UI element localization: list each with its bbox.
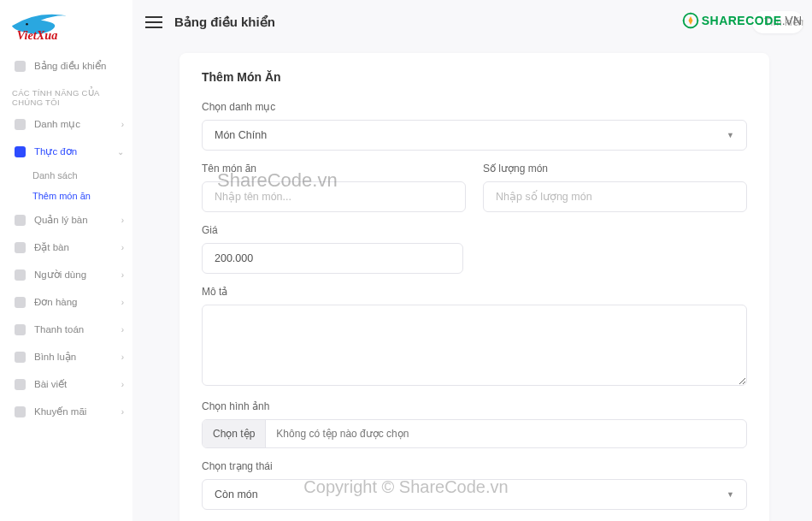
nav-dashboard[interactable]: Bảng điều khiển — [0, 52, 132, 80]
nav-thanhtoan[interactable]: Thanh toán› — [0, 316, 132, 343]
form-card: Thêm Món Ăn Chọn danh mục Món Chính▼ Tên… — [179, 53, 769, 521]
nav-binhluan-label: Bình luận — [34, 351, 76, 363]
nav-danhmuc-label: Danh mục — [34, 118, 80, 130]
chevron-right-icon: › — [121, 120, 124, 129]
label-ten-mon-an: Tên món ăn — [202, 163, 466, 175]
select-danh-muc[interactable]: Món Chính▼ — [202, 120, 747, 151]
select-danh-muc-value: Món Chính — [215, 129, 267, 141]
input-ten-mon-an[interactable] — [202, 181, 466, 212]
svg-point-0 — [26, 23, 28, 26]
menu-icon — [15, 146, 26, 157]
nav-datban-label: Đặt bàn — [34, 241, 69, 253]
caret-down-icon: ▼ — [727, 490, 734, 499]
nav-thucdon-label: Thực đơn — [34, 145, 77, 157]
content: Thêm Món Ăn Chọn danh mục Món Chính▼ Tên… — [137, 44, 812, 521]
table-icon — [15, 215, 26, 226]
search-input[interactable]: Tìm kiếm... — [752, 11, 803, 33]
nav-khuyenmai-label: Khuyến mãi — [34, 406, 86, 417]
chevron-right-icon: › — [121, 325, 124, 335]
chat-icon — [15, 352, 26, 363]
label-hinh-anh: Chọn hình ảnh — [202, 400, 747, 412]
users-icon — [15, 269, 26, 281]
logo[interactable]: VietXua — [0, 7, 132, 52]
document-icon — [15, 379, 26, 390]
svg-text:VietXua: VietXua — [17, 28, 58, 42]
nav-khuyenmai[interactable]: Khuyến mãi› — [0, 398, 132, 425]
chevron-right-icon: › — [121, 380, 124, 389]
select-trang-thai-value: Còn món — [215, 488, 258, 500]
card-title: Thêm Món Ăn — [202, 70, 747, 84]
calendar-icon — [15, 242, 26, 253]
nav-danhmuc[interactable]: Danh mục› — [0, 110, 132, 138]
nav-baiviet-label: Bài viết — [34, 378, 67, 390]
label-mota: Mô tả — [202, 286, 747, 298]
input-gia[interactable] — [202, 243, 463, 274]
menu-toggle-icon[interactable] — [145, 16, 162, 28]
nav-nguoidung-label: Người dùng — [34, 269, 86, 281]
home-icon — [15, 61, 26, 72]
chevron-right-icon: › — [121, 270, 124, 280]
chevron-right-icon: › — [121, 298, 124, 307]
tag-icon — [15, 406, 26, 417]
nav-thucdon[interactable]: Thực đơn⌄ — [0, 138, 132, 165]
chevron-right-icon: › — [121, 243, 124, 252]
grid-icon — [15, 119, 26, 130]
file-choose-button[interactable]: Chọn tệp — [203, 420, 266, 447]
nav-nguoidung[interactable]: Người dùng› — [0, 261, 132, 288]
label-trang-thai: Chọn trạng thái — [202, 460, 747, 472]
sidebar: VietXua Bảng điều khiển CÁC TÍNH NĂNG CỦ… — [0, 0, 132, 521]
page-title: Bảng điều khiển — [174, 15, 275, 30]
label-so-luong: Số lượng món — [483, 163, 747, 175]
file-input[interactable]: Chọn tệp Không có tệp nào được chọn — [202, 419, 747, 448]
textarea-mota[interactable] — [202, 305, 747, 386]
nav-donhang[interactable]: Đơn hàng› — [0, 288, 132, 316]
caret-down-icon: ▼ — [727, 131, 734, 139]
cart-icon — [15, 297, 26, 308]
label-gia: Giá — [202, 224, 463, 236]
nav-sub-danhsach[interactable]: Danh sách — [0, 165, 132, 186]
chevron-right-icon: › — [121, 352, 124, 362]
file-status-text: Không có tệp nào được chọn — [266, 420, 746, 447]
chevron-down-icon: ⌄ — [117, 147, 124, 157]
nav-section-header: CÁC TÍNH NĂNG CỦA CHÚNG TÔI — [0, 80, 132, 110]
label-chon-danh-muc: Chọn danh mục — [202, 101, 747, 113]
chevron-right-icon: › — [121, 407, 124, 417]
wallet-icon — [15, 324, 26, 335]
nav-binhluan[interactable]: Bình luận› — [0, 343, 132, 370]
input-so-luong[interactable] — [483, 181, 747, 212]
select-trang-thai[interactable]: Còn món▼ — [202, 479, 747, 510]
nav-quanlyban[interactable]: Quản lý bàn› — [0, 206, 132, 234]
nav-datban[interactable]: Đặt bàn› — [0, 234, 132, 261]
chevron-right-icon: › — [121, 216, 124, 225]
topbar: Bảng điều khiển Tìm kiếm... — [137, 0, 812, 44]
nav-dashboard-label: Bảng điều khiển — [34, 60, 106, 72]
nav-thanhtoan-label: Thanh toán — [34, 324, 84, 335]
nav-quanlyban-label: Quản lý bàn — [34, 214, 88, 226]
nav-donhang-label: Đơn hàng — [34, 296, 77, 308]
nav-sub-themmonan[interactable]: Thêm món ăn — [0, 186, 132, 206]
nav-baiviet[interactable]: Bài viết› — [0, 370, 132, 398]
